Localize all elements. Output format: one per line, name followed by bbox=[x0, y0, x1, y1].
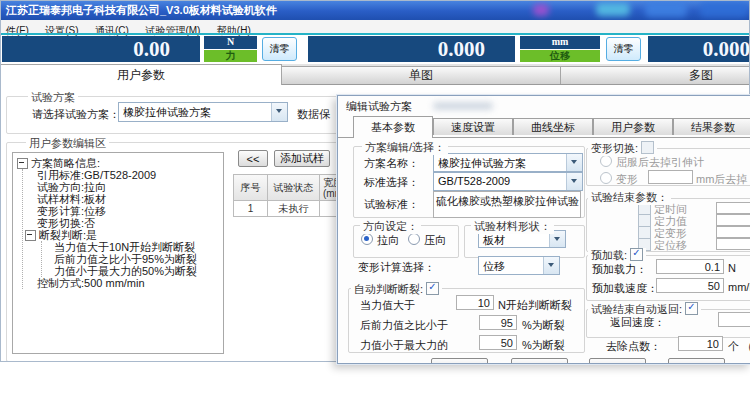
dialog-tab-result[interactable]: 结果参数 bbox=[673, 118, 750, 135]
menubar: 件(F) 设置(S) 通讯(C) 试验管理(M) 帮助(H) bbox=[0, 20, 750, 34]
plan-name-label: 方案名称： bbox=[364, 156, 419, 171]
dialog-bottom-button[interactable] bbox=[431, 358, 488, 364]
deform-calc-dropdown[interactable]: 位移 bbox=[478, 256, 560, 275]
radio-icon[interactable] bbox=[600, 172, 612, 184]
displacement-unit: mm bbox=[520, 36, 600, 49]
table-header-index: 序号 bbox=[233, 174, 268, 201]
dialog-tab-curve[interactable]: 曲线坐标 bbox=[513, 118, 593, 135]
return-speed-label: 返回速度： bbox=[610, 315, 665, 330]
tab-user-params[interactable]: 用户参数 bbox=[0, 64, 282, 85]
preload-force-input[interactable] bbox=[656, 259, 724, 274]
displacement-value: 0.000 bbox=[438, 37, 485, 62]
deform-value: 0.000 bbox=[703, 37, 750, 62]
tab-multi-graph[interactable]: 多图 bbox=[560, 66, 750, 84]
force-clear-button[interactable]: 清零 bbox=[262, 37, 297, 61]
dialog-tab-user[interactable]: 用户参数 bbox=[593, 118, 673, 135]
deform-display: 0.000 bbox=[648, 36, 750, 62]
dialog-tab-speed[interactable]: 速度设置 bbox=[433, 118, 513, 135]
end-param-displacement-input[interactable] bbox=[716, 238, 750, 250]
break-row2-label: 后前力值之比小于 bbox=[360, 318, 448, 333]
radio-icon[interactable] bbox=[600, 155, 612, 167]
tree-children: 引用标准:GB/T528-2009 试验方向:拉向 试样材料:板材 变形计算:位… bbox=[22, 169, 223, 289]
break-row2-suffix: %为断裂 bbox=[522, 318, 565, 333]
row-index-cell: 1 bbox=[233, 200, 268, 217]
displacement-display: 0.000 bbox=[308, 36, 515, 62]
return-speed-input[interactable] bbox=[718, 312, 750, 327]
data-save-label: 数据保 bbox=[297, 107, 330, 122]
preload-force-label: 预加载力： bbox=[592, 262, 647, 277]
deform-switch-input[interactable] bbox=[648, 170, 693, 184]
plan-select-value: 橡胶拉伸试验方案 bbox=[119, 103, 271, 121]
break-row1-suffix: N开始判断断裂 bbox=[498, 298, 572, 313]
table-header-status: 试验状态 bbox=[267, 174, 320, 201]
auto-return-caption: 试验结束自动返回: bbox=[588, 302, 701, 317]
material-caption: 试验材料形状： bbox=[471, 219, 554, 234]
dialog-titlebar[interactable]: 编辑试验方案 bbox=[338, 96, 750, 115]
displacement-label: 位移 bbox=[520, 50, 600, 63]
deform-calc-label: 变形计算选择： bbox=[358, 260, 435, 275]
dialog-bottom-button[interactable] bbox=[511, 358, 568, 364]
plan-name-dropdown[interactable]: 橡胶拉伸试验方案 bbox=[433, 153, 583, 172]
checkbox-icon[interactable] bbox=[641, 141, 654, 154]
radio-icon[interactable] bbox=[408, 233, 420, 245]
plan-summary-tree[interactable]: 方案简略信息: 引用标准:GB/T528-2009 试验方向:拉向 试样材料:板… bbox=[12, 152, 224, 354]
collapse-panel-button[interactable]: << bbox=[238, 150, 268, 167]
preload-caption: 预加载: bbox=[588, 248, 646, 263]
row-status-cell: 未执行 bbox=[267, 200, 320, 217]
checkbox-checked-icon[interactable] bbox=[426, 282, 439, 295]
tree-break-children: 当力值大于10N开始判断断裂 后前力值之比小于95%为断裂 力值小于最大力的50… bbox=[41, 241, 223, 277]
chevron-down-icon bbox=[566, 154, 582, 171]
direction-caption: 方向设定： bbox=[360, 219, 421, 234]
break-force-input[interactable] bbox=[456, 295, 494, 310]
dialog-title: 编辑试验方案 bbox=[346, 99, 412, 114]
preload-speed-input[interactable] bbox=[656, 278, 724, 293]
plan-select-dropdown[interactable]: 橡胶拉伸试验方案 bbox=[118, 102, 288, 122]
titlebar-blur-decoration bbox=[645, 2, 687, 17]
preload-speed-label: 预加载速度： bbox=[592, 281, 658, 296]
add-sample-button[interactable]: 添加试样 bbox=[274, 150, 330, 167]
collapse-icon[interactable] bbox=[17, 158, 28, 169]
main-tabbar: 用户参数 单图 多图 bbox=[0, 64, 750, 85]
plan-group-caption: 试验方案 bbox=[28, 90, 78, 105]
force-unit: N bbox=[204, 36, 257, 49]
tree-item[interactable]: 控制方式:500 mm/min bbox=[37, 277, 223, 289]
auto-break-caption: 自动判断断裂: bbox=[351, 282, 442, 297]
checkbox-checked-icon[interactable] bbox=[630, 248, 643, 261]
editor-group-caption: 用户参数编辑区 bbox=[26, 136, 109, 151]
app-window: 江苏正瑞泰邦电子科技有限公司_V3.0板材料试验机软件 件(F) 设置(S) 通… bbox=[0, 0, 750, 400]
direction-press-radio[interactable]: 压向 bbox=[408, 233, 446, 248]
preload-force-unit: N bbox=[728, 262, 736, 274]
standard-label: 标准选择： bbox=[364, 175, 419, 190]
break-maxforce-input[interactable] bbox=[479, 335, 517, 350]
tab-single-graph[interactable]: 单图 bbox=[280, 66, 562, 84]
deform-value-radio[interactable]: 变形 bbox=[600, 172, 638, 187]
test-standard-textbox[interactable]: 硫化橡胶或热塑橡胶拉伸试验（引 bbox=[433, 191, 581, 218]
radio-selected-icon[interactable] bbox=[361, 233, 373, 245]
dialog-bottom-button[interactable] bbox=[589, 358, 646, 364]
checkbox-checked-icon[interactable] bbox=[685, 302, 698, 315]
dialog-bottom-button[interactable] bbox=[668, 358, 725, 364]
end-param-force-input[interactable] bbox=[716, 214, 750, 226]
chevron-down-icon bbox=[543, 257, 559, 274]
standard-dropdown[interactable]: GB/T528-2009 bbox=[433, 172, 583, 191]
deform-switch-suffix: mm后去掉 bbox=[696, 172, 747, 187]
remove-points-label: 去除点数： bbox=[606, 339, 661, 354]
end-param-time-input[interactable] bbox=[716, 202, 750, 214]
direction-pull-radio[interactable]: 拉向 bbox=[361, 233, 399, 248]
dialog-tab-basic[interactable]: 基本参数 bbox=[353, 116, 433, 138]
deform-switch-caption: 变形切换: bbox=[588, 141, 657, 156]
titlebar[interactable]: 江苏正瑞泰邦电子科技有限公司_V3.0板材料试验机软件 bbox=[0, 0, 750, 20]
break-row3-suffix: %为断裂 bbox=[522, 338, 565, 353]
break-ratio-input[interactable] bbox=[479, 315, 517, 330]
remove-points-input[interactable] bbox=[678, 336, 723, 351]
yield-remove-radio[interactable]: 屈服后去掉引伸计 bbox=[600, 155, 704, 170]
collapse-icon[interactable] bbox=[25, 230, 36, 241]
titlebar-blur-decoration bbox=[700, 2, 748, 17]
displacement-clear-button[interactable]: 清零 bbox=[606, 37, 641, 61]
plan-select-label: 请选择试验方案： bbox=[32, 107, 120, 122]
end-params-caption: 试验结束参数： bbox=[588, 190, 671, 205]
preload-speed-unit: mm/m bbox=[728, 281, 750, 293]
force-unit-stack: N 力 bbox=[204, 36, 257, 62]
chevron-down-icon bbox=[566, 173, 582, 190]
end-param-deform-input[interactable] bbox=[716, 226, 750, 238]
